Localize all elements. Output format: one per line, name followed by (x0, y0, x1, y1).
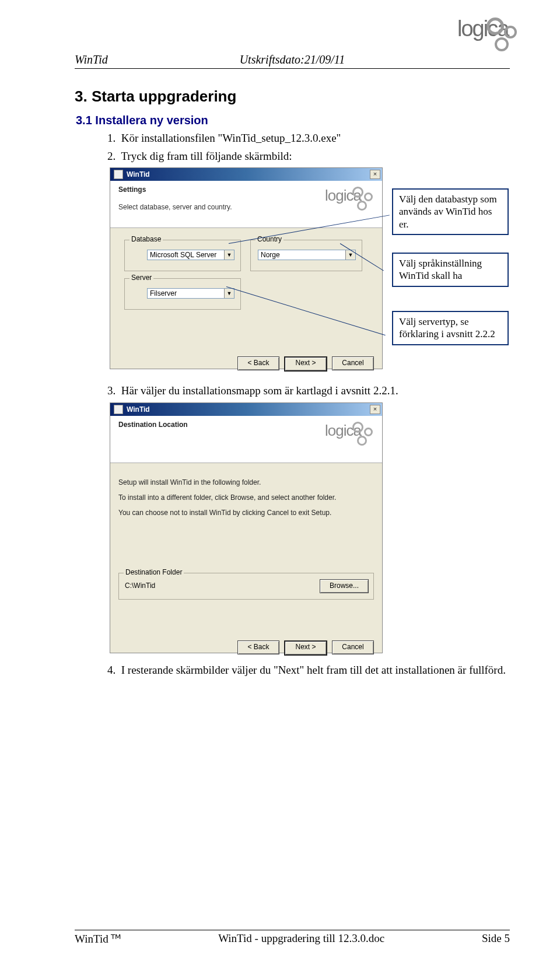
destination-path: C:\WinTid (125, 582, 155, 590)
close-button[interactable]: × (370, 405, 380, 414)
back-button[interactable]: < Back (237, 640, 279, 654)
database-combobox[interactable]: Microsoft SQL Server ▼ (147, 250, 235, 260)
dialog-wintid-destination: WinTid × Destination Location logica Set… (110, 402, 383, 653)
footer-center: WinTid - uppgradering till 12.3.0.doc (218, 932, 384, 946)
back-button[interactable]: < Back (237, 356, 279, 370)
browse-button[interactable]: Browse... (320, 579, 369, 593)
chevron-down-icon: ▼ (224, 250, 234, 260)
figure-settings-dialog: WinTid × Settings Select database, serve… (110, 167, 510, 377)
chevron-down-icon: ▼ (224, 289, 234, 298)
next-button[interactable]: Next > (284, 356, 327, 372)
footer-left: WinTid ᵀᴹ (75, 932, 121, 946)
section-subheading: 3.1 Installera ny version (76, 114, 510, 127)
cancel-button[interactable]: Cancel (332, 640, 374, 654)
dialog-title: WinTid (127, 405, 150, 414)
next-button[interactable]: Next > (284, 640, 327, 656)
callout-language: Välj språkinställning WinTid skall ha (392, 253, 509, 287)
logica-logo-small: logica (325, 187, 376, 213)
groupbox-database-label: Database (130, 235, 163, 243)
cancel-button[interactable]: Cancel (332, 356, 374, 370)
header-center-text: Utskriftsdato:21/09/11 (75, 53, 510, 66)
step-3: 3. Här väljer du installationsmapp som ä… (107, 383, 510, 399)
dialog-wintid-settings: WinTid × Settings Select database, serve… (110, 167, 383, 369)
dest-line3: You can choose not to install WinTid by … (118, 509, 374, 517)
footer-right: Side 5 (482, 932, 510, 946)
step-2: 2. Tryck dig fram till följande skärmbil… (107, 149, 510, 164)
callout-server: Välj servertyp, se förklaring i avsnitt … (392, 311, 509, 345)
app-icon (114, 170, 123, 179)
page-footer: WinTid ᵀᴹ WinTid - uppgradering till 12.… (75, 930, 510, 946)
app-icon (114, 405, 123, 414)
groupbox-server-label: Server (130, 274, 153, 282)
dest-line2: To install into a different folder, clic… (118, 493, 374, 502)
figure-destination-dialog: WinTid × Destination Location logica Set… (110, 402, 510, 657)
step-1: 1. Kör installationsfilen "WinTid_setup_… (107, 131, 510, 146)
section-heading: 3. Starta uppgradering (75, 87, 510, 106)
logica-logo: logica (457, 16, 522, 54)
groupbox-destination-label: Destination Folder (124, 568, 184, 576)
server-combobox[interactable]: Filserver ▼ (147, 288, 235, 299)
close-button[interactable]: × (370, 170, 380, 179)
logo-ring-icon (495, 37, 509, 51)
logo-ring-icon (504, 26, 517, 38)
page-header: WinTid Utskriftsdato:21/09/11 logica (75, 34, 510, 69)
dialog-title: WinTid (127, 170, 150, 178)
logica-logo-small: logica (325, 422, 376, 449)
logo-ring-icon (487, 17, 504, 35)
step-4: 4. I resterande skärmbilder väljer du "N… (107, 663, 510, 678)
country-combobox[interactable]: Norge ▼ (258, 250, 356, 260)
dest-line1: Setup will install WinTid in the followi… (118, 478, 374, 486)
callout-database: Välj den databastyp som används av WinTi… (392, 188, 509, 235)
